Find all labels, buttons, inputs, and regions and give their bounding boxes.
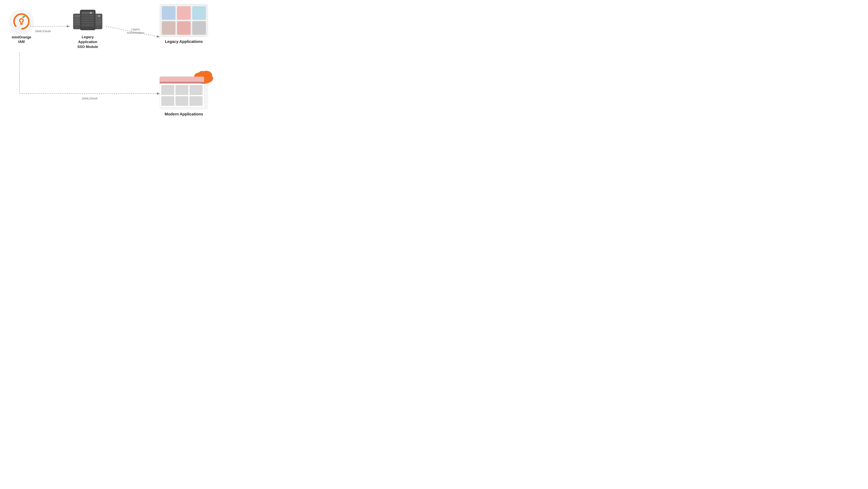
label-saml-oauth-1: SAML/OAuth bbox=[35, 30, 51, 33]
browser-tile-5 bbox=[176, 96, 189, 106]
legacy-apps-card bbox=[159, 4, 208, 37]
app-tile-2 bbox=[177, 6, 191, 20]
svg-rect-28 bbox=[82, 18, 94, 19]
svg-rect-32 bbox=[82, 25, 94, 26]
modern-apps-card bbox=[159, 77, 208, 110]
browser-tile-6 bbox=[189, 96, 203, 106]
browser-tile-3 bbox=[189, 85, 203, 95]
sso-module-icon bbox=[72, 8, 103, 33]
browser-tile-1 bbox=[161, 85, 174, 95]
svg-rect-27 bbox=[82, 17, 94, 18]
svg-rect-29 bbox=[82, 20, 94, 21]
label-legacy-auth-1: Legacy bbox=[131, 28, 140, 31]
svg-rect-26 bbox=[82, 15, 94, 16]
app-tile-6 bbox=[192, 21, 206, 35]
sso-module-node: Legacy Application SSO Module bbox=[70, 8, 105, 50]
label-saml-oauth-2: SAML/OAuth bbox=[82, 97, 98, 100]
browser-header bbox=[160, 77, 204, 84]
svg-rect-25 bbox=[82, 12, 94, 14]
modern-apps-node: Modern Applications bbox=[157, 77, 211, 116]
svg-point-33 bbox=[90, 12, 92, 14]
miniorange-logo-icon bbox=[13, 13, 30, 30]
diagram-container: miniOrange IAM bbox=[0, 0, 217, 122]
browser-content bbox=[160, 84, 204, 108]
miniorange-label: miniOrange IAM bbox=[12, 35, 31, 44]
app-tile-5 bbox=[177, 21, 191, 35]
app-tile-1 bbox=[162, 6, 176, 20]
browser-tile-2 bbox=[176, 85, 189, 95]
miniorange-logo-circle bbox=[10, 10, 33, 33]
modern-browser-mockup bbox=[159, 77, 204, 108]
legacy-apps-node: Legacy Applications bbox=[157, 4, 211, 44]
svg-rect-31 bbox=[82, 24, 94, 25]
sso-module-label: Legacy Application SSO Module bbox=[78, 35, 98, 50]
modern-apps-label: Modern Applications bbox=[164, 112, 203, 116]
browser-address-bar bbox=[160, 82, 204, 84]
svg-rect-5 bbox=[21, 21, 22, 23]
miniorange-node: miniOrange IAM bbox=[6, 10, 37, 44]
app-tile-3 bbox=[192, 6, 206, 20]
browser-tile-4 bbox=[161, 96, 174, 106]
label-legacy-auth-2: Authentication bbox=[127, 31, 144, 34]
svg-point-23 bbox=[98, 15, 100, 17]
svg-rect-30 bbox=[82, 22, 94, 23]
arrow-sso-to-legacy bbox=[106, 26, 160, 37]
app-tile-4 bbox=[162, 21, 176, 35]
legacy-apps-label: Legacy Applications bbox=[165, 39, 203, 44]
